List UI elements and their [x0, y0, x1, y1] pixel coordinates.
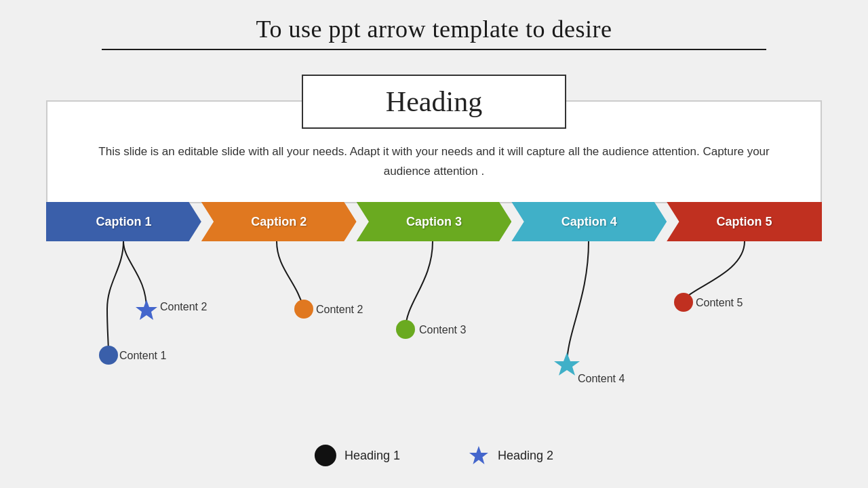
content-2a-label: Content 2: [160, 301, 207, 313]
caption-4-arrow: Caption 4: [511, 202, 667, 241]
caption-4-label: Caption 4: [561, 215, 617, 229]
page-title: To use ppt arrow template to desire: [0, 0, 868, 43]
content-3-label: Content 3: [419, 324, 466, 336]
content-5-label: Content 5: [696, 297, 743, 309]
body-text: This slide is an editable slide with all…: [75, 142, 793, 182]
content-4-label: Content 4: [578, 373, 625, 385]
heading-container: Heading: [302, 75, 566, 129]
legend-circle-icon: [315, 445, 336, 466]
legend: Heading 1 Heading 2: [315, 445, 553, 466]
caption-1-label: Caption 1: [96, 215, 151, 229]
content-area: Content 1 Content 2 Content 2 Content 3 …: [46, 241, 822, 418]
svg-point-5: [674, 293, 693, 312]
caption-2-label: Caption 2: [251, 215, 307, 229]
legend-star-icon: [468, 445, 490, 466]
caption-1-arrow: Caption 1: [46, 202, 201, 241]
arrow-row: Caption 1 Caption 2 Caption 3 Caption 4 …: [46, 202, 822, 241]
caption-5-label: Caption 5: [717, 215, 772, 229]
main-heading: Heading: [302, 75, 566, 129]
caption-3-arrow: Caption 3: [357, 202, 512, 241]
content-1-label: Content 1: [119, 350, 166, 362]
svg-point-2: [294, 300, 313, 319]
legend-2-label: Heading 2: [498, 449, 553, 463]
svg-point-3: [396, 320, 415, 339]
svg-marker-4: [554, 352, 580, 375]
svg-marker-1: [136, 300, 157, 320]
content-2b-label: Content 2: [316, 304, 363, 316]
caption-5-arrow: Caption 5: [667, 202, 822, 241]
legend-item-1: Heading 1: [315, 445, 400, 466]
svg-marker-6: [469, 446, 488, 464]
title-divider: [102, 49, 766, 50]
svg-point-0: [99, 346, 118, 365]
caption-2-arrow: Caption 2: [201, 202, 357, 241]
star-svg: [468, 445, 490, 466]
legend-item-2: Heading 2: [468, 445, 553, 466]
caption-3-label: Caption 3: [406, 215, 462, 229]
legend-1-label: Heading 1: [344, 449, 400, 463]
